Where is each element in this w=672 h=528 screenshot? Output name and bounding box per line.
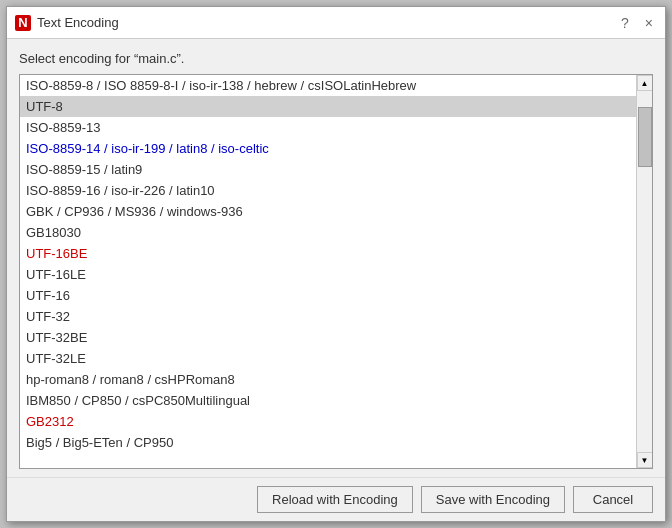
dialog-footer: Reload with Encoding Save with Encoding …: [7, 477, 665, 521]
dialog-title: Text Encoding: [37, 15, 119, 30]
list-item[interactable]: hp-roman8 / roman8 / csHPRoman8: [20, 369, 636, 390]
list-item[interactable]: UTF-8: [20, 96, 636, 117]
list-item[interactable]: GBK / CP936 / MS936 / windows-936: [20, 201, 636, 222]
list-item[interactable]: ISO-8859-16 / iso-ir-226 / latin10: [20, 180, 636, 201]
list-item[interactable]: UTF-32LE: [20, 348, 636, 369]
save-button[interactable]: Save with Encoding: [421, 486, 565, 513]
list-item[interactable]: GB2312: [20, 411, 636, 432]
subtitle: Select encoding for “main.c”.: [19, 51, 653, 66]
encoding-list-container: ISO-8859-8 / ISO 8859-8-I / iso-ir-138 /…: [19, 74, 653, 469]
list-item[interactable]: ISO-8859-13: [20, 117, 636, 138]
title-bar-left: N Text Encoding: [15, 15, 119, 31]
dialog-content: Select encoding for “main.c”. ISO-8859-8…: [7, 39, 665, 477]
list-item[interactable]: Big5 / Big5-ETen / CP950: [20, 432, 636, 453]
encoding-list: ISO-8859-8 / ISO 8859-8-I / iso-ir-138 /…: [20, 75, 636, 468]
list-item[interactable]: ISO-8859-8 / ISO 8859-8-I / iso-ir-138 /…: [20, 75, 636, 96]
title-bar: N Text Encoding ? ×: [7, 7, 665, 39]
list-item[interactable]: UTF-16BE: [20, 243, 636, 264]
list-item[interactable]: ISO-8859-15 / latin9: [20, 159, 636, 180]
scrollbar: ▲ ▼: [636, 75, 652, 468]
list-item[interactable]: UTF-16: [20, 285, 636, 306]
list-item[interactable]: GB18030: [20, 222, 636, 243]
help-button[interactable]: ?: [617, 14, 633, 32]
list-item[interactable]: UTF-32: [20, 306, 636, 327]
cancel-button[interactable]: Cancel: [573, 486, 653, 513]
close-button[interactable]: ×: [641, 14, 657, 32]
scroll-up-arrow[interactable]: ▲: [637, 75, 653, 91]
scroll-thumb[interactable]: [638, 107, 652, 167]
list-item[interactable]: UTF-32BE: [20, 327, 636, 348]
scroll-down-arrow[interactable]: ▼: [637, 452, 653, 468]
app-icon: N: [15, 15, 31, 31]
list-item[interactable]: UTF-16LE: [20, 264, 636, 285]
title-bar-controls: ? ×: [617, 14, 657, 32]
reload-button[interactable]: Reload with Encoding: [257, 486, 413, 513]
text-encoding-dialog: N Text Encoding ? × Select encoding for …: [6, 6, 666, 522]
list-item[interactable]: ISO-8859-14 / iso-ir-199 / latin8 / iso-…: [20, 138, 636, 159]
list-item[interactable]: IBM850 / CP850 / csPC850Multilingual: [20, 390, 636, 411]
